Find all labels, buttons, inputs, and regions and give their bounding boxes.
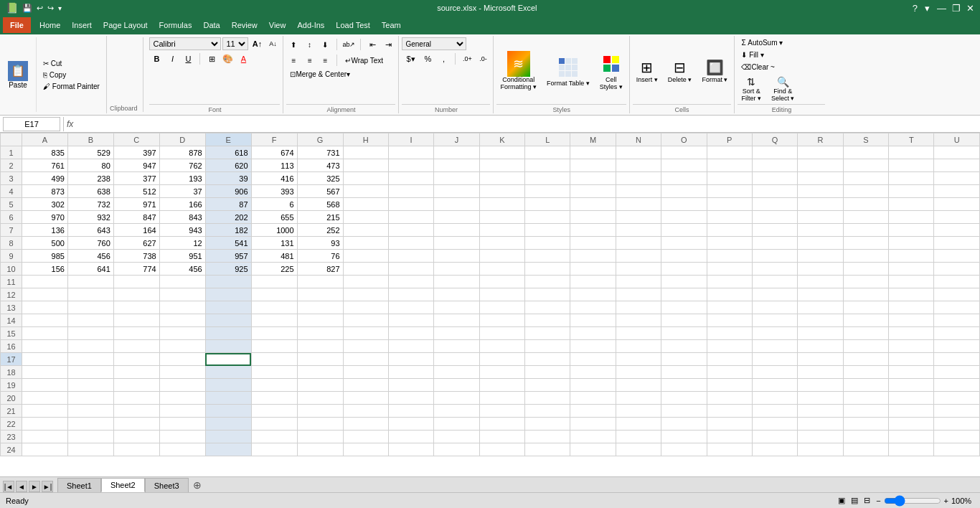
cell-T16[interactable] <box>889 340 934 353</box>
cell-D3[interactable]: 193 <box>159 172 205 185</box>
cell-M14[interactable] <box>570 314 616 327</box>
cell-A6[interactable]: 970 <box>22 211 68 224</box>
cell-M21[interactable] <box>570 405 616 418</box>
menu-formulas[interactable]: Formulas <box>154 17 198 33</box>
cell-O13[interactable] <box>661 301 707 314</box>
cell-O24[interactable] <box>661 443 707 456</box>
cell-E18[interactable] <box>205 366 251 379</box>
sheet-tab-sheet3[interactable]: Sheet3 <box>145 478 189 492</box>
sheet-tab-sheet2[interactable]: Sheet2 <box>101 478 145 492</box>
cell-J3[interactable] <box>434 172 479 185</box>
cell-H14[interactable] <box>343 314 388 327</box>
cell-Q1[interactable] <box>752 146 797 159</box>
cell-P3[interactable] <box>707 172 752 185</box>
menu-view[interactable]: View <box>263 17 292 33</box>
cell-O18[interactable] <box>661 366 707 379</box>
cell-O17[interactable] <box>661 353 707 366</box>
row-header-5[interactable]: 5 <box>1 198 22 211</box>
cell-B10[interactable]: 641 <box>67 263 113 276</box>
cell-T19[interactable] <box>889 379 934 392</box>
align-top-button[interactable]: ⬆ <box>286 38 301 51</box>
cell-M18[interactable] <box>570 366 616 379</box>
cell-Q23[interactable] <box>752 431 797 443</box>
cell-C21[interactable] <box>113 405 159 418</box>
cell-O16[interactable] <box>661 340 707 353</box>
cell-K23[interactable] <box>479 431 524 443</box>
col-header-E[interactable]: E <box>205 133 251 146</box>
col-header-N[interactable]: N <box>616 133 661 146</box>
cell-U1[interactable] <box>934 146 980 159</box>
zoom-slider[interactable] <box>884 495 941 507</box>
cell-O2[interactable] <box>661 159 707 172</box>
cell-M1[interactable] <box>570 146 616 159</box>
cell-O6[interactable] <box>661 211 707 224</box>
cell-L8[interactable] <box>525 237 570 250</box>
cell-D5[interactable]: 166 <box>159 198 205 211</box>
cell-P23[interactable] <box>707 431 752 443</box>
cell-R6[interactable] <box>798 211 843 224</box>
cell-E4[interactable]: 906 <box>205 185 251 198</box>
cell-H2[interactable] <box>343 159 388 172</box>
cell-I16[interactable] <box>388 340 433 353</box>
cell-B5[interactable]: 732 <box>67 198 113 211</box>
cell-K17[interactable] <box>479 353 524 366</box>
cell-N12[interactable] <box>616 288 661 301</box>
cell-I23[interactable] <box>388 431 433 443</box>
cell-M23[interactable] <box>570 431 616 443</box>
cell-C19[interactable] <box>113 379 159 392</box>
cell-P12[interactable] <box>707 288 752 301</box>
cell-S5[interactable] <box>843 198 888 211</box>
cell-B9[interactable]: 456 <box>67 250 113 263</box>
cell-N15[interactable] <box>616 327 661 340</box>
cell-S3[interactable] <box>843 172 888 185</box>
cell-P18[interactable] <box>707 366 752 379</box>
cell-C8[interactable]: 627 <box>113 237 159 250</box>
col-header-L[interactable]: L <box>525 133 570 146</box>
cell-C10[interactable]: 774 <box>113 263 159 276</box>
cell-U9[interactable] <box>934 250 980 263</box>
cell-A24[interactable] <box>22 443 68 456</box>
cell-G2[interactable]: 473 <box>297 159 343 172</box>
cell-A17[interactable] <box>22 353 68 366</box>
menu-add-ins[interactable]: Add-Ins <box>291 17 330 33</box>
cell-T21[interactable] <box>889 405 934 418</box>
cell-T12[interactable] <box>889 288 934 301</box>
cell-D2[interactable]: 762 <box>159 159 205 172</box>
cell-B14[interactable] <box>67 314 113 327</box>
cell-G14[interactable] <box>297 314 343 327</box>
cell-K21[interactable] <box>479 405 524 418</box>
cell-U7[interactable] <box>934 224 980 237</box>
cell-I17[interactable] <box>388 353 433 366</box>
cell-U18[interactable] <box>934 366 980 379</box>
cell-S16[interactable] <box>843 340 888 353</box>
cell-T18[interactable] <box>889 366 934 379</box>
row-header-20[interactable]: 20 <box>1 392 22 405</box>
cell-O9[interactable] <box>661 250 707 263</box>
col-header-T[interactable]: T <box>889 133 934 146</box>
italic-button[interactable]: I <box>165 52 179 65</box>
cell-G22[interactable] <box>297 418 343 431</box>
cell-A11[interactable] <box>22 276 68 288</box>
cell-J8[interactable] <box>434 237 479 250</box>
cell-P4[interactable] <box>707 185 752 198</box>
cell-E13[interactable] <box>205 301 251 314</box>
copy-button[interactable]: ⎘ Copy <box>39 70 103 80</box>
cell-C18[interactable] <box>113 366 159 379</box>
cell-J6[interactable] <box>434 211 479 224</box>
cell-F7[interactable]: 1000 <box>251 224 297 237</box>
cell-S12[interactable] <box>843 288 888 301</box>
cell-O14[interactable] <box>661 314 707 327</box>
cell-F23[interactable] <box>251 431 297 443</box>
cell-L11[interactable] <box>525 276 570 288</box>
cell-H7[interactable] <box>343 224 388 237</box>
cell-N14[interactable] <box>616 314 661 327</box>
cell-U16[interactable] <box>934 340 980 353</box>
cell-I22[interactable] <box>388 418 433 431</box>
cell-E14[interactable] <box>205 314 251 327</box>
cell-B3[interactable]: 238 <box>67 172 113 185</box>
cell-N23[interactable] <box>616 431 661 443</box>
cell-B17[interactable] <box>67 353 113 366</box>
cell-R12[interactable] <box>798 288 843 301</box>
quick-access-redo[interactable]: ↪ <box>47 4 54 13</box>
sort-filter-button[interactable]: ⇅ Sort &Filter ▾ <box>738 74 765 104</box>
